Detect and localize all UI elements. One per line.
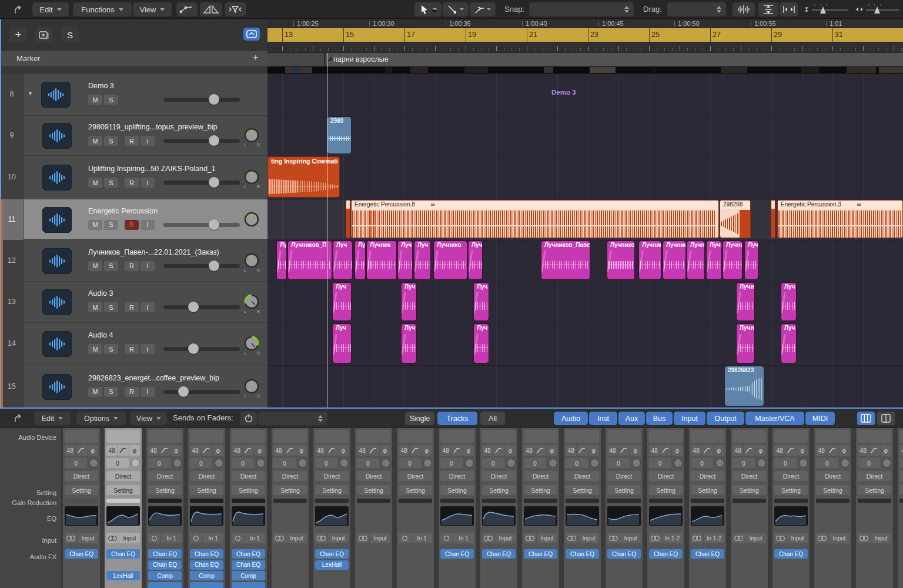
mixer-view-single[interactable]: Single xyxy=(405,412,434,425)
gain-value-box[interactable]: 0 xyxy=(566,458,588,468)
setting-button[interactable]: Setting xyxy=(566,485,599,495)
audio-device-box[interactable] xyxy=(816,430,850,443)
setting-button[interactable]: Setting xyxy=(733,485,766,495)
output-button[interactable]: Direct xyxy=(816,471,850,481)
setting-button[interactable]: Setting xyxy=(399,485,432,495)
track-record-button[interactable]: R xyxy=(125,344,139,354)
stereo-input-icon[interactable] xyxy=(273,533,286,543)
audio-region-vocal[interactable]: Лучн xyxy=(736,323,755,363)
volume-slider-track[interactable] xyxy=(163,139,240,143)
gain-value-box[interactable]: 0 xyxy=(774,458,797,468)
gain-value-box[interactable]: 0 xyxy=(190,458,212,468)
phase-invert-button[interactable]: φ xyxy=(714,445,724,456)
mono-input-icon[interactable] xyxy=(440,533,453,543)
phantom-48v-button[interactable]: 48 xyxy=(315,445,326,456)
phase-invert-button[interactable]: φ xyxy=(255,445,265,456)
mixer-strip-9[interactable]: 48φ0DirectSettingIn 1 xyxy=(397,428,434,588)
eq-thumbnail[interactable] xyxy=(148,506,182,526)
track-solo-button[interactable]: S xyxy=(104,95,118,105)
audio-region-vocal[interactable]: Луч xyxy=(468,240,483,280)
audio-device-box[interactable] xyxy=(106,430,140,443)
audio-device-box[interactable] xyxy=(273,430,307,443)
setting-button[interactable]: Setting xyxy=(524,485,557,495)
playhead[interactable] xyxy=(327,53,327,408)
track-header-10[interactable]: 10Uplifting Inspiring...50 ZAIKS-Poland_… xyxy=(0,156,267,199)
phantom-48v-button[interactable]: 48 xyxy=(65,445,75,456)
stereo-input-icon[interactable] xyxy=(607,533,620,543)
low-cut-button[interactable] xyxy=(869,445,879,456)
audio-device-box[interactable] xyxy=(148,430,182,443)
mixer-strip-6[interactable]: 48φ0DirectSettingInput xyxy=(272,428,309,588)
track-header-8[interactable]: 8▼Demo 3MS xyxy=(0,74,267,116)
setting-button[interactable]: Setting xyxy=(148,485,182,495)
setting-button[interactable]: Setting xyxy=(357,485,390,495)
gain-value-box[interactable]: 0 xyxy=(649,458,671,468)
output-button[interactable]: Direct xyxy=(566,471,599,481)
input-select[interactable]: In 1 xyxy=(412,533,432,543)
eq-thumbnail[interactable] xyxy=(190,506,223,526)
phase-invert-button[interactable]: φ xyxy=(588,445,599,456)
phase-invert-button[interactable]: φ xyxy=(630,445,641,456)
phase-invert-button[interactable]: φ xyxy=(547,445,557,456)
phantom-48v-button[interactable]: 48 xyxy=(148,445,159,456)
input-select[interactable]: In 1 xyxy=(161,533,182,543)
output-button[interactable]: Direct xyxy=(106,471,140,481)
output-button[interactable]: Direct xyxy=(607,471,641,481)
mono-input-icon[interactable] xyxy=(399,533,411,543)
gain-value-box[interactable]: 0 xyxy=(607,458,630,468)
audio-region-vocal[interactable]: Лучников_Павел xyxy=(541,240,590,280)
eq-thumbnail[interactable] xyxy=(774,506,808,526)
volume-slider-track[interactable] xyxy=(163,264,240,268)
audio-region-vocal[interactable]: Луч xyxy=(781,323,797,363)
low-cut-button[interactable] xyxy=(368,445,379,456)
volume-slider-track[interactable] xyxy=(163,181,240,185)
volume-slider-track[interactable] xyxy=(163,390,240,394)
audio-region-vocal[interactable]: Лу xyxy=(354,240,366,280)
track-solo-button[interactable]: S xyxy=(104,344,118,354)
track-record-button[interactable]: R xyxy=(125,302,139,312)
track-mute-button[interactable]: M xyxy=(88,344,102,354)
volume-slider-track[interactable] xyxy=(163,223,240,227)
audio-region-vocal[interactable]: Лучник xyxy=(638,240,661,280)
audio-fx-slot[interactable]: Chan EQ xyxy=(315,549,349,559)
track-input-monitor-button[interactable]: I xyxy=(141,261,155,271)
audio-fx-slot[interactable]: Chan EQ xyxy=(566,549,599,559)
input-select[interactable]: Input xyxy=(745,533,766,543)
gain-knob[interactable] xyxy=(465,459,474,467)
mixer-strip-20[interactable]: 48φ0DirectSettingInput xyxy=(856,428,893,588)
track-record-button[interactable]: R xyxy=(125,387,139,397)
phase-invert-button[interactable]: φ xyxy=(213,445,223,456)
phase-invert-button[interactable]: φ xyxy=(296,445,307,456)
low-cut-button[interactable] xyxy=(326,445,337,456)
input-select[interactable]: Input xyxy=(578,533,599,543)
track-solo-button[interactable]: S xyxy=(104,136,118,146)
audio-region-vocal[interactable]: Луч xyxy=(781,282,797,321)
gain-knob[interactable] xyxy=(590,459,599,467)
track-record-button[interactable]: R xyxy=(125,178,139,188)
global-solo-button[interactable]: S xyxy=(61,27,79,42)
gain-value-box[interactable]: 0 xyxy=(440,458,463,468)
audio-region-vocal[interactable]: Лучнико xyxy=(607,240,635,280)
volume-slider-thumb[interactable] xyxy=(178,386,189,397)
phase-invert-button[interactable]: φ xyxy=(505,445,516,456)
mixer-view-tracks[interactable]: Tracks xyxy=(437,412,477,425)
phase-invert-button[interactable]: φ xyxy=(338,445,349,456)
gain-value-box[interactable]: 0 xyxy=(273,458,296,468)
audio-region-vocal[interactable]: Лучн xyxy=(736,282,755,321)
audio-region-vocal[interactable]: Лучнико xyxy=(433,240,467,280)
audio-region-vocal[interactable]: Луч xyxy=(473,323,489,363)
track-solo-button[interactable]: S xyxy=(104,178,118,188)
phase-invert-button[interactable]: φ xyxy=(839,445,850,456)
audio-fx-slot[interactable]: Chan EQ xyxy=(232,549,265,559)
audio-region-vocal[interactable]: Луч xyxy=(401,282,417,321)
low-cut-button[interactable] xyxy=(827,445,838,456)
input-select[interactable]: In 1 xyxy=(453,533,474,543)
low-cut-button[interactable] xyxy=(785,445,796,456)
audio-region-peach[interactable]: Energetic Percussion.8∞ xyxy=(351,200,719,238)
audio-device-box[interactable] xyxy=(899,430,903,443)
setting-button[interactable]: Setting xyxy=(607,485,641,495)
audio-region-vocal[interactable]: Луч xyxy=(473,282,489,321)
output-button[interactable]: Direct xyxy=(273,471,307,481)
audio-region-vocal[interactable]: Луч xyxy=(397,240,413,280)
setting-button[interactable]: Setting xyxy=(899,485,903,495)
